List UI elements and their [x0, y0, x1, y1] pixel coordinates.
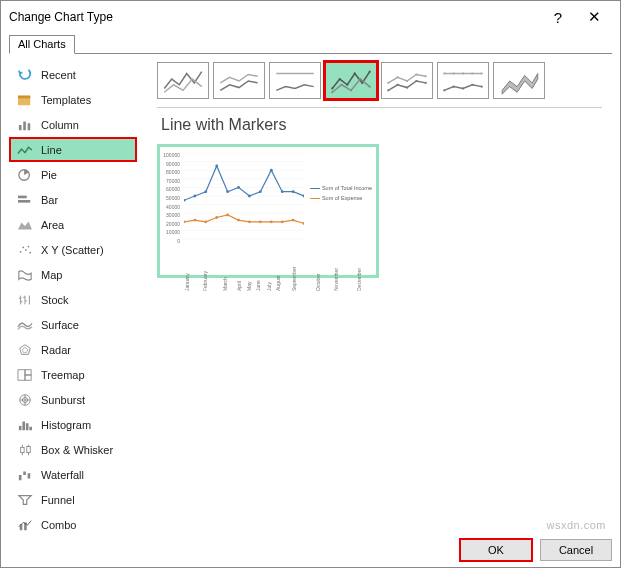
- sidebar-item-pie[interactable]: Pie: [9, 162, 137, 187]
- svg-rect-72: [462, 72, 464, 74]
- subtype-100-stacked-line[interactable]: [269, 62, 321, 99]
- svg-point-107: [281, 220, 284, 223]
- sidebar-item-label: Templates: [41, 94, 91, 106]
- svg-rect-58: [415, 80, 417, 82]
- svg-point-99: [194, 219, 197, 222]
- svg-rect-46: [346, 83, 348, 85]
- separator: [157, 107, 602, 108]
- sidebar-item-recent[interactable]: Recent: [9, 62, 137, 87]
- svg-point-106: [270, 220, 273, 223]
- sidebar-item-label: Line: [41, 144, 62, 156]
- subtype-line-with-markers[interactable]: [325, 62, 377, 99]
- sidebar-item-stock[interactable]: Stock: [9, 287, 137, 312]
- stock-icon: [15, 291, 35, 309]
- svg-rect-33: [21, 447, 25, 452]
- sidebar-item-waterfall[interactable]: Waterfall: [9, 462, 137, 487]
- bar-icon: [15, 191, 35, 209]
- map-icon: [15, 266, 35, 284]
- sidebar-item-label: Bar: [41, 194, 58, 206]
- sidebar-item-area[interactable]: Area: [9, 212, 137, 237]
- svg-point-108: [292, 219, 295, 222]
- sidebar-item-box-whisker[interactable]: Box & Whisker: [9, 437, 137, 462]
- svg-point-10: [25, 249, 27, 251]
- svg-point-89: [215, 165, 218, 168]
- svg-rect-52: [350, 89, 352, 91]
- subtype-line[interactable]: [157, 62, 209, 99]
- svg-point-12: [29, 251, 31, 253]
- tab-all-charts[interactable]: All Charts: [9, 35, 75, 54]
- sidebar-item-map[interactable]: Map: [9, 262, 137, 287]
- dialog-title: Change Chart Type: [9, 10, 113, 24]
- svg-point-9: [22, 246, 24, 248]
- svg-rect-36: [27, 446, 31, 452]
- waterfall-icon: [15, 466, 35, 484]
- svg-rect-63: [415, 73, 417, 75]
- svg-marker-21: [22, 347, 27, 352]
- svg-point-95: [281, 190, 284, 193]
- subtype-100-stacked-line-with-markers[interactable]: [437, 62, 489, 99]
- ok-button[interactable]: OK: [460, 539, 532, 561]
- preview-plot: [184, 153, 304, 245]
- sidebar-item-label: Combo: [41, 519, 76, 531]
- sidebar-item-scatter[interactable]: X Y (Scatter): [9, 237, 137, 262]
- subtype-stacked-line-with-markers[interactable]: [381, 62, 433, 99]
- sidebar-item-column[interactable]: Column: [9, 112, 137, 137]
- sidebar-item-bar[interactable]: Bar: [9, 187, 137, 212]
- sidebar-item-funnel[interactable]: Funnel: [9, 487, 137, 512]
- sidebar-item-label: Funnel: [41, 494, 75, 506]
- sidebar-item-combo[interactable]: Combo: [9, 512, 137, 537]
- help-button[interactable]: ?: [540, 9, 576, 26]
- svg-rect-48: [361, 81, 363, 83]
- cancel-button[interactable]: Cancel: [540, 539, 612, 561]
- subtype-stacked-line[interactable]: [213, 62, 265, 99]
- sidebar-item-label: X Y (Scatter): [41, 244, 104, 256]
- svg-point-91: [237, 186, 240, 189]
- svg-rect-2: [19, 125, 22, 130]
- sidebar-item-templates[interactable]: Templates: [9, 87, 137, 112]
- chart-subtype-title: Line with Markers: [161, 116, 602, 134]
- sidebar-item-surface[interactable]: Surface: [9, 312, 137, 337]
- sidebar-item-label: Recent: [41, 69, 76, 81]
- svg-point-101: [215, 216, 218, 219]
- box-whisker-icon: [15, 441, 35, 459]
- sidebar-item-histogram[interactable]: Histogram: [9, 412, 137, 437]
- svg-rect-40: [23, 471, 26, 475]
- svg-rect-32: [29, 426, 32, 430]
- chart-category-sidebar: Recent Templates Column Line Pie Bar Are…: [9, 54, 137, 515]
- svg-rect-70: [443, 72, 445, 74]
- chart-legend: Sum of Total IncomeSum of Expense: [310, 185, 372, 205]
- svg-rect-68: [471, 83, 473, 85]
- treemap-icon: [15, 366, 35, 384]
- chart-preview[interactable]: 1000009000080000700006000050000400003000…: [157, 144, 379, 278]
- svg-rect-23: [25, 369, 31, 374]
- watermark: wsxdn.com: [546, 519, 606, 531]
- dialog-footer: OK Cancel: [460, 539, 612, 561]
- svg-rect-67: [462, 87, 464, 89]
- svg-rect-60: [387, 81, 389, 83]
- svg-point-100: [204, 220, 207, 223]
- svg-rect-4: [28, 123, 31, 130]
- svg-rect-39: [19, 475, 22, 480]
- svg-rect-69: [481, 85, 483, 87]
- column-icon: [15, 116, 35, 134]
- svg-rect-62: [406, 80, 408, 82]
- subtype-3d-line[interactable]: [493, 62, 545, 99]
- svg-point-103: [237, 219, 240, 222]
- close-button[interactable]: ✕: [576, 8, 612, 26]
- svg-rect-53: [359, 78, 361, 80]
- sidebar-item-sunburst[interactable]: Sunburst: [9, 387, 137, 412]
- svg-point-87: [194, 195, 197, 198]
- svg-point-98: [184, 220, 185, 223]
- sidebar-item-label: Map: [41, 269, 62, 281]
- funnel-icon: [15, 491, 35, 509]
- svg-rect-74: [481, 72, 483, 74]
- svg-rect-71: [453, 72, 455, 74]
- svg-point-92: [248, 195, 251, 198]
- sidebar-item-label: Stock: [41, 294, 69, 306]
- svg-rect-3: [23, 121, 26, 130]
- y-axis-ticks: 1000009000080000700006000050000400003000…: [162, 151, 180, 246]
- sidebar-item-line[interactable]: Line: [9, 137, 137, 162]
- sidebar-item-label: Radar: [41, 344, 71, 356]
- sidebar-item-radar[interactable]: Radar: [9, 337, 137, 362]
- sidebar-item-treemap[interactable]: Treemap: [9, 362, 137, 387]
